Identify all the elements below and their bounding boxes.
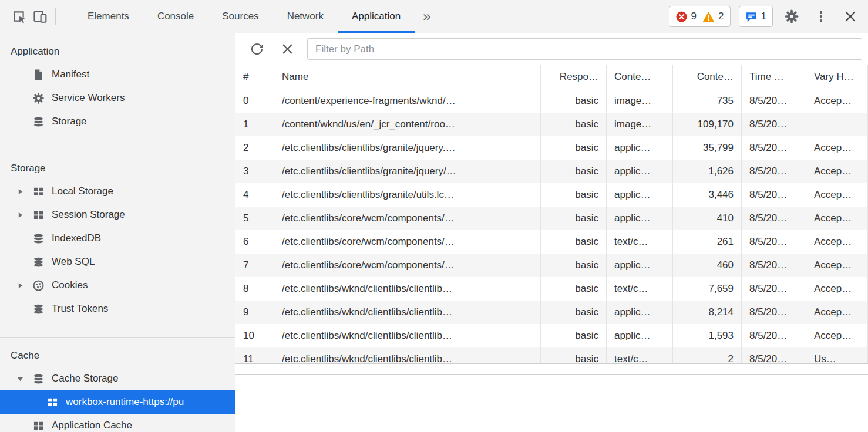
cell-row-index: 2 [235,136,274,160]
toolbar-divider [55,8,56,25]
cell-content-type: text/c… [607,347,673,363]
table-body: 0/content/experience-fragments/wknd/…bas… [235,89,868,363]
sidebar-item-service-workers[interactable]: Service Workers [0,86,235,110]
error-icon [675,11,688,23]
sidebar-item-label: Trust Tokens [52,303,108,315]
tab-sources[interactable]: Sources [208,0,272,33]
cache-row-4[interactable]: 4/etc.clientlibs/clientlibs/granite/util… [235,183,868,207]
sidebar-item-local-storage[interactable]: Local Storage [0,180,235,203]
preview-splitter[interactable] [235,363,868,375]
sidebar-item-label: Cookies [52,279,88,291]
cache-row-3[interactable]: 3/etc.clientlibs/clientlibs/granite/jque… [235,160,868,183]
document-icon [32,68,45,81]
cell-time-cached: 8/5/20… [742,347,806,363]
cell-name: /etc.clientlibs/wknd/clientlibs/clientli… [274,301,541,324]
sidebar-item-application-cache[interactable]: Application Cache [0,414,235,432]
cell-time-cached: 8/5/20… [742,324,806,347]
tab-elements[interactable]: Elements [73,0,143,33]
cell-name: /etc.clientlibs/core/wcm/components/… [274,230,541,254]
cell-name: /etc.clientlibs/wknd/clientlibs/clientli… [274,324,541,347]
tab-application[interactable]: Application [338,0,415,33]
cell-content-type: text/c… [607,277,673,301]
delete-selected-button[interactable] [277,39,298,60]
cell-name: /etc.clientlibs/wknd/clientlibs/clientli… [274,277,541,301]
table-icon [32,419,45,432]
sidebar-item-cookies[interactable]: Cookies [0,274,235,297]
cache-row-11[interactable]: 11/etc.clientlibs/wknd/clientlibs/client… [235,347,868,363]
cache-row-10[interactable]: 10/etc.clientlibs/wknd/clientlibs/client… [235,324,868,347]
cell-content-length: 7,659 [673,277,742,301]
cell-content-type: applic… [607,207,673,230]
expander-collapsed-icon[interactable] [16,282,32,289]
inspect-element-button[interactable] [8,6,29,27]
cache-row-9[interactable]: 9/etc.clientlibs/wknd/clientlibs/clientl… [235,301,868,324]
cell-vary-header: Accep… [806,183,868,207]
kebab-menu-button[interactable] [810,6,832,27]
sidebar-item-workbox-runtime-https-pu[interactable]: workbox-runtime-https://pu [0,390,235,414]
sidebar-item-web-sql[interactable]: Web SQL [0,250,235,274]
cache-row-8[interactable]: 8/etc.clientlibs/wknd/clientlibs/clientl… [235,277,868,301]
errors-warnings-badge[interactable]: 9 2 [669,6,731,27]
gear-icon [32,92,45,104]
sidebar-item-manifest[interactable]: Manifest [0,63,235,86]
column-header-vary-header[interactable]: Vary H… [806,65,868,89]
cell-time-cached: 8/5/20… [742,230,806,254]
cell-row-index: 10 [235,324,274,347]
cell-row-index: 11 [235,347,274,363]
column-header-row-index[interactable]: # [235,65,274,89]
cell-content-length: 3,446 [673,183,742,207]
cell-vary-header: Us… [806,347,868,363]
sidebar-item-indexeddb[interactable]: IndexedDB [0,227,235,250]
cell-name: /etc.clientlibs/clientlibs/granite/jquer… [274,160,541,183]
expander-collapsed-icon[interactable] [16,188,32,195]
sidebar-item-label: Manifest [52,69,89,80]
filter-by-path-input[interactable] [307,38,862,60]
cache-row-0[interactable]: 0/content/experience-fragments/wknd/…bas… [235,89,868,113]
cell-content-type: text/c… [607,230,673,254]
column-header-response-type[interactable]: Respo… [541,65,607,89]
cache-row-5[interactable]: 5/etc.clientlibs/core/wcm/components/…ba… [235,207,868,230]
sidebar-item-trust-tokens[interactable]: Trust Tokens [0,297,235,320]
table-header-row: #NameRespo…Conte…Conte…Time …Vary H… [235,65,868,89]
warning-count: 2 [718,11,724,22]
cell-content-length: 2 [673,347,742,363]
cell-row-index: 8 [235,277,274,301]
cell-response-type: basic [541,277,607,301]
cell-row-index: 9 [235,301,274,324]
database-icon [32,255,45,268]
sidebar-item-storage[interactable]: Storage [0,110,235,133]
cell-vary-header: Accep… [806,230,868,254]
database-icon [32,302,45,315]
issues-pair: 1 [745,11,766,23]
column-header-name[interactable]: Name [274,65,541,89]
expander-expanded-icon[interactable] [16,375,32,383]
sidebar-item-cache-storage[interactable]: Cache Storage [0,367,235,390]
column-header-content-type[interactable]: Conte… [607,65,673,89]
cell-content-type: applic… [607,324,673,347]
issues-badge[interactable]: 1 [739,6,773,27]
cache-row-6[interactable]: 6/etc.clientlibs/core/wcm/components/…ba… [235,230,868,254]
refresh-button[interactable] [246,39,267,60]
cell-vary-header [806,113,868,136]
expander-collapsed-icon[interactable] [16,211,32,219]
cache-row-2[interactable]: 2/etc.clientlibs/clientlibs/granite/jque… [235,136,868,160]
cell-row-index: 3 [235,160,274,183]
cell-row-index: 7 [235,254,274,277]
cell-row-index: 4 [235,183,274,207]
cache-row-7[interactable]: 7/etc.clientlibs/core/wcm/components/…ba… [235,254,868,277]
sidebar-item-session-storage[interactable]: Session Storage [0,203,235,227]
close-devtools-button[interactable] [840,6,861,27]
column-header-time-cached[interactable]: Time … [742,65,806,89]
cell-response-type: basic [541,347,607,363]
column-header-content-length[interactable]: Conte… [673,65,742,89]
cell-vary-header: Accep… [806,89,868,113]
more-tabs-button[interactable]: » [415,8,439,25]
toolbar-right-group: 9 2 1 [669,6,861,27]
cell-content-length: 735 [673,89,742,113]
cache-row-1[interactable]: 1/content/wknd/us/en/_jcr_content/roo…ba… [235,113,868,136]
settings-gear-button[interactable] [781,6,802,27]
tab-network[interactable]: Network [273,0,338,33]
device-toolbar-button[interactable] [29,6,51,27]
tab-console[interactable]: Console [143,0,208,33]
cell-vary-header: Accep… [806,207,868,230]
